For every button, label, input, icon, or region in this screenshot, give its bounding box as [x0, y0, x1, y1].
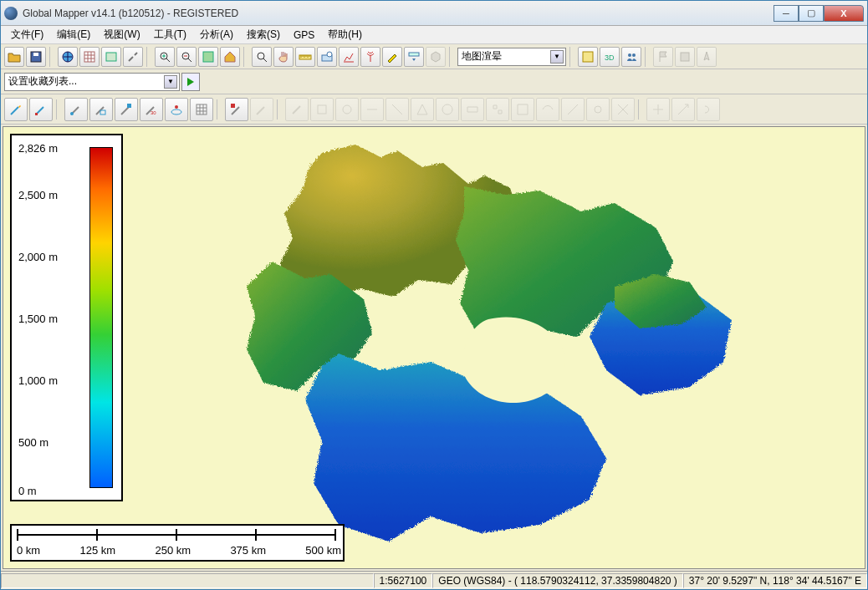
dropdown-arrow-icon: ▼ — [550, 50, 564, 64]
shader-combo[interactable]: 地图渲晕 ▼ — [457, 48, 566, 66]
tool-q — [697, 98, 720, 121]
tool-j — [511, 98, 534, 121]
svg-point-15 — [628, 53, 631, 57]
shader-value: 地图渲晕 — [462, 49, 502, 64]
zoom-tool-button[interactable] — [252, 47, 272, 67]
legend-500: 500 m — [18, 436, 49, 449]
info-button[interactable] — [317, 47, 337, 67]
svg-point-30 — [595, 106, 601, 113]
svg-point-11 — [327, 52, 332, 57]
3d-button — [426, 47, 446, 67]
tool-o — [646, 98, 670, 121]
favorites-toolbar: 设置收藏列表... ▼ — [1, 69, 867, 94]
zoom-in-button[interactable] — [155, 47, 175, 67]
main-toolbar: 地图渲晕 ▼ 3D — [1, 44, 867, 69]
create-circle-button[interactable] — [115, 98, 138, 121]
svg-rect-20 — [100, 110, 105, 114]
globe-button[interactable] — [58, 47, 78, 67]
scale-125: 125 km — [79, 544, 115, 557]
menu-search[interactable]: 搜索(S) — [242, 26, 285, 43]
maximize-button[interactable]: ▢ — [799, 5, 824, 22]
svg-point-24 — [175, 105, 178, 109]
people-button[interactable] — [621, 47, 641, 67]
svg-text:3D: 3D — [605, 53, 615, 62]
svg-rect-27 — [318, 105, 326, 114]
tool-f — [411, 98, 434, 121]
layers-button[interactable] — [79, 47, 100, 67]
zoom-out-button[interactable] — [176, 47, 197, 67]
shader-options-button[interactable] — [578, 47, 598, 67]
menu-help[interactable]: 帮助(H) — [323, 26, 367, 43]
favorites-value: 设置收藏列表... — [8, 74, 77, 89]
close-button[interactable]: X — [824, 5, 864, 22]
menu-bar: 文件(F) 编辑(E) 视图(W) 工具(T) 分析(A) 搜索(S) GPS … — [1, 26, 867, 44]
svg-point-28 — [343, 105, 351, 114]
antenna-button[interactable] — [360, 47, 380, 67]
svg-rect-21 — [127, 104, 131, 108]
title-bar: Global Mapper v14.1 (b120512) - REGISTER… — [1, 1, 867, 26]
3d-view-button[interactable]: 3D — [600, 47, 620, 67]
minimize-button[interactable]: ─ — [774, 5, 799, 22]
app-icon — [4, 7, 18, 20]
svg-point-23 — [171, 109, 181, 114]
tool-g — [436, 98, 459, 121]
status-projection: GEO (WGS84) - ( 118.5790324112, 37.33598… — [432, 573, 683, 588]
tool-h — [461, 98, 484, 121]
tool-l — [561, 98, 585, 121]
status-coordinates: 37° 20' 9.5297" N, 118° 34' 44.5167" E — [683, 573, 867, 588]
tool-e — [385, 98, 409, 121]
scale-0: 0 km — [17, 544, 40, 557]
create-rect-button[interactable] — [89, 98, 113, 121]
svg-text:30: 30 — [151, 110, 156, 115]
menu-analysis[interactable]: 分析(A) — [195, 26, 238, 43]
legend-1500: 1,500 m — [18, 313, 58, 325]
legend-1000: 1,000 m — [18, 374, 58, 387]
chart-button[interactable] — [339, 47, 359, 67]
svg-rect-1 — [33, 53, 38, 56]
tool-c — [335, 98, 359, 121]
move-button — [250, 98, 273, 121]
menu-gps[interactable]: GPS — [288, 28, 319, 43]
svg-rect-12 — [409, 53, 419, 56]
tool-a — [285, 98, 309, 121]
tools-button[interactable] — [123, 47, 143, 67]
map-viewport[interactable]: 2,826 m 2,500 m 2,000 m 1,500 m 1,000 m … — [3, 126, 865, 569]
menu-edit[interactable]: 编辑(E) — [52, 26, 95, 43]
measure-button[interactable] — [295, 47, 315, 67]
pan-tool-button[interactable] — [273, 47, 294, 67]
dropdown-button[interactable] — [404, 47, 424, 67]
save-button[interactable] — [26, 47, 46, 67]
create-grid-button[interactable]: 30 — [140, 98, 163, 121]
create-cogo-button[interactable] — [165, 98, 188, 121]
status-scale: 1:5627100 — [374, 573, 433, 588]
svg-rect-4 — [106, 53, 116, 61]
create-line-button[interactable] — [29, 98, 53, 121]
gps-flag-button — [653, 47, 673, 67]
menu-view[interactable]: 视图(W) — [99, 26, 145, 43]
menu-file[interactable]: 文件(F) — [6, 26, 49, 43]
scale-250: 250 km — [155, 544, 191, 557]
svg-rect-7 — [203, 52, 213, 62]
open-button[interactable] — [4, 47, 24, 67]
legend-2500: 2,500 m — [18, 189, 58, 201]
create-range-button[interactable] — [190, 98, 213, 121]
edit-vertex-button[interactable] — [225, 98, 248, 121]
legend-min: 0 m — [18, 485, 37, 497]
zoom-extent-button[interactable] — [198, 47, 218, 67]
window-title: Global Mapper v14.1 (b120512) - REGISTER… — [23, 8, 774, 19]
tool-m — [586, 98, 610, 121]
config-button[interactable] — [101, 47, 121, 67]
home-button[interactable] — [220, 47, 240, 67]
digitizer-button[interactable] — [382, 47, 402, 67]
create-point-button[interactable] — [4, 98, 28, 121]
tool-b — [310, 98, 334, 121]
menu-tools[interactable]: 工具(T) — [149, 26, 191, 43]
svg-point-8 — [258, 53, 264, 59]
svg-rect-3 — [84, 52, 94, 62]
gps-track-button — [675, 47, 695, 67]
play-button[interactable] — [181, 73, 200, 91]
gps-nav-button — [697, 47, 717, 67]
tool-k — [536, 98, 559, 121]
create-area-button[interactable] — [64, 98, 88, 121]
favorites-combo[interactable]: 设置收藏列表... ▼ — [4, 73, 180, 91]
